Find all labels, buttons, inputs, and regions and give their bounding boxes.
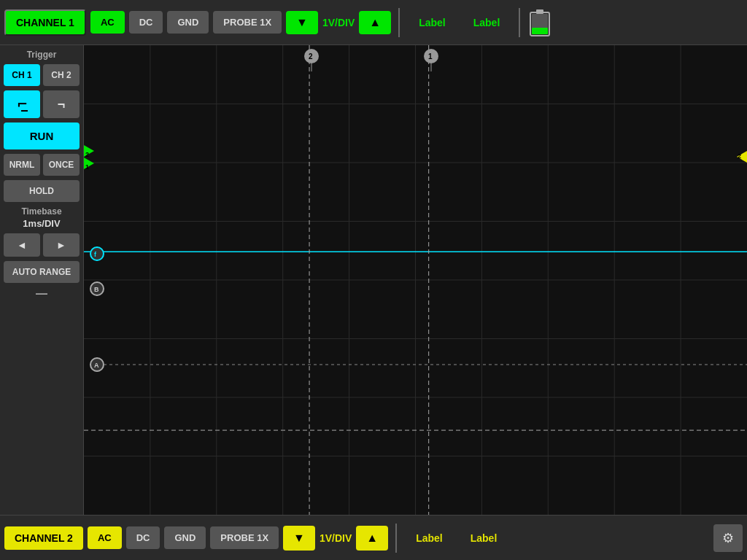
svg-point-31 (90, 247, 104, 260)
ac-button-bottom[interactable]: AC (88, 526, 122, 549)
oscilloscope-area[interactable]: 2 1 2 f A B 2 1 (84, 45, 747, 515)
probe1x-button-top[interactable]: PROBE 1X (213, 11, 282, 34)
gnd-button-bottom[interactable]: GND (164, 526, 206, 549)
svg-rect-1 (536, 9, 543, 14)
timebase-label: Timebase (21, 206, 61, 217)
ch1-button[interactable]: CH 1 (4, 64, 40, 86)
gear-button[interactable]: ⚙ (713, 524, 743, 552)
svg-text:B: B (94, 286, 99, 293)
label2-top: Label (462, 17, 512, 28)
label1-top: Label (407, 17, 457, 28)
svg-text:1: 1 (428, 52, 433, 61)
label2-bottom: Label (459, 532, 509, 544)
once-button[interactable]: ONCE (43, 154, 80, 176)
ch-buttons: CH 1 CH 2 (4, 64, 80, 86)
up-arrow-button-bottom[interactable]: ▲ (356, 526, 388, 551)
dc-button-bottom[interactable]: DC (126, 526, 160, 549)
timebase-left-button[interactable]: ◄ (4, 233, 40, 257)
timebase-arrows: ◄ ► (4, 233, 80, 257)
volt-div-top: 1V/DIV (322, 17, 355, 28)
rising-edge-button[interactable]: ⌐̲ (4, 90, 40, 118)
channel2-button[interactable]: CHANNEL 2 (4, 526, 83, 550)
nrml-button[interactable]: NRML (4, 154, 40, 176)
down-arrow-button-bottom[interactable]: ▼ (283, 526, 315, 551)
edge-buttons: ⌐̲ ¬ (4, 90, 80, 118)
down-arrow-button-top[interactable]: ▼ (286, 11, 318, 34)
svg-text:2: 2 (738, 152, 741, 160)
timebase-value: 1ms/DIV (23, 218, 60, 229)
bottom-bar: CHANNEL 2 AC DC GND PROBE 1X ▼ 1V/DIV ▲ … (0, 515, 747, 560)
top-bar: CHANNEL 1 AC DC GND PROBE 1X ▼ 1V/DIV ▲ … (0, 0, 747, 45)
timebase-section: Timebase 1ms/DIV (21, 206, 61, 229)
dc-button-top[interactable]: DC (129, 11, 163, 34)
divider-bottom-1 (395, 524, 397, 553)
channel1-button[interactable]: CHANNEL 1 (4, 9, 86, 36)
hold-button[interactable]: HOLD (4, 180, 80, 202)
svg-text:2: 2 (85, 151, 89, 158)
gnd-button-top[interactable]: GND (167, 11, 209, 34)
volt-div-bottom: 1V/DIV (320, 532, 352, 544)
trigger-label: Trigger (27, 50, 57, 60)
timebase-right-button[interactable]: ► (43, 233, 80, 257)
sidebar: Trigger CH 1 CH 2 ⌐̲ ¬ RUN NRML ONCE HOL… (0, 45, 84, 515)
svg-rect-3 (532, 28, 548, 34)
divider-1 (398, 8, 400, 37)
mode-buttons: NRML ONCE (4, 154, 80, 176)
svg-text:1: 1 (85, 163, 89, 171)
divider-2 (519, 8, 520, 37)
grid-svg: 2 1 2 f A B 2 1 (84, 45, 747, 515)
svg-text:2: 2 (309, 52, 313, 61)
run-button[interactable]: RUN (4, 122, 80, 149)
falling-edge-button[interactable]: ¬ (43, 90, 80, 118)
ac-button-top[interactable]: AC (90, 11, 125, 34)
main-area: Trigger CH 1 CH 2 ⌐̲ ¬ RUN NRML ONCE HOL… (0, 45, 747, 515)
battery-icon (527, 8, 552, 37)
probe1x-button-bottom[interactable]: PROBE 1X (210, 526, 279, 549)
ch2-button[interactable]: CH 2 (43, 64, 80, 86)
label1-bottom: Label (404, 532, 454, 544)
svg-text:A: A (94, 362, 99, 369)
auto-range-button[interactable]: AUTO RANGE (4, 261, 80, 283)
up-arrow-button-top[interactable]: ▲ (359, 11, 391, 34)
sidebar-dash: — (36, 287, 47, 300)
